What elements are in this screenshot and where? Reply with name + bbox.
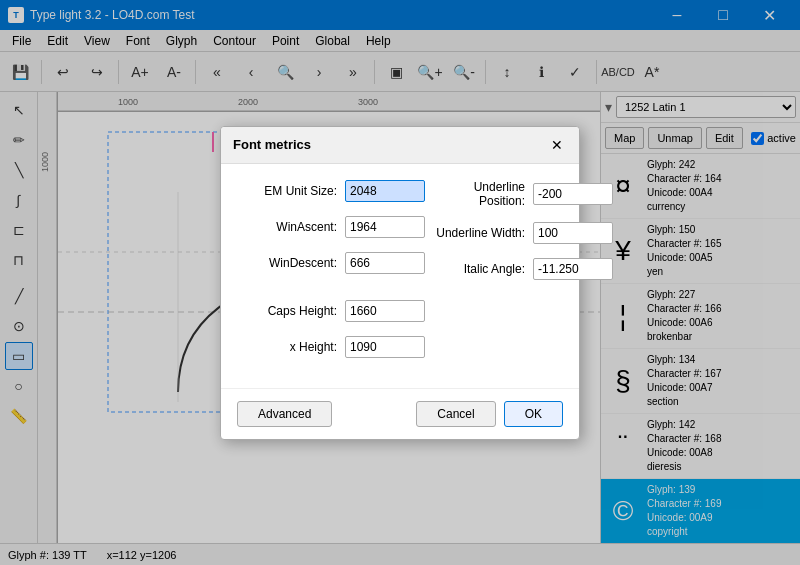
winascent-row: WinAscent:: [237, 216, 425, 238]
dialog-title-bar: Font metrics ✕: [221, 127, 579, 164]
windescent-row: WinDescent:: [237, 252, 425, 274]
em-unit-row: EM Unit Size:: [237, 180, 425, 202]
windescent-input[interactable]: [345, 252, 425, 274]
italic-angle-input[interactable]: [533, 258, 613, 280]
italic-angle-row: Italic Angle:: [425, 258, 613, 280]
windescent-label: WinDescent:: [237, 256, 337, 270]
underline-pos-label: Underline Position:: [425, 180, 525, 208]
dialog-close-button[interactable]: ✕: [547, 135, 567, 155]
dialog-footer: Advanced Cancel OK: [221, 388, 579, 439]
cancel-button[interactable]: Cancel: [416, 401, 495, 427]
x-height-row: x Height:: [237, 336, 425, 358]
italic-angle-label: Italic Angle:: [425, 262, 525, 276]
advanced-button[interactable]: Advanced: [237, 401, 332, 427]
winascent-label: WinAscent:: [237, 220, 337, 234]
modal-backdrop: Font metrics ✕ EM Unit Size: WinAscent: …: [0, 0, 800, 565]
caps-height-input[interactable]: [345, 300, 425, 322]
font-metrics-dialog: Font metrics ✕ EM Unit Size: WinAscent: …: [220, 126, 580, 440]
x-height-input[interactable]: [345, 336, 425, 358]
dialog-col-right: Underline Position: Underline Width: Ita…: [425, 180, 613, 372]
underline-pos-input[interactable]: [533, 183, 613, 205]
winascent-input[interactable]: [345, 216, 425, 238]
underline-width-input[interactable]: [533, 222, 613, 244]
x-height-label: x Height:: [237, 340, 337, 354]
em-unit-input[interactable]: [345, 180, 425, 202]
underline-width-row: Underline Width:: [425, 222, 613, 244]
caps-height-row: Caps Height:: [237, 300, 425, 322]
dialog-title-text: Font metrics: [233, 137, 311, 152]
caps-height-label: Caps Height:: [237, 304, 337, 318]
underline-pos-row: Underline Position:: [425, 180, 613, 208]
ok-button[interactable]: OK: [504, 401, 563, 427]
dialog-body: EM Unit Size: WinAscent: WinDescent: Cap…: [221, 164, 579, 388]
dialog-col-left: EM Unit Size: WinAscent: WinDescent: Cap…: [237, 180, 425, 372]
em-unit-label: EM Unit Size:: [237, 184, 337, 198]
underline-width-label: Underline Width:: [425, 226, 525, 240]
